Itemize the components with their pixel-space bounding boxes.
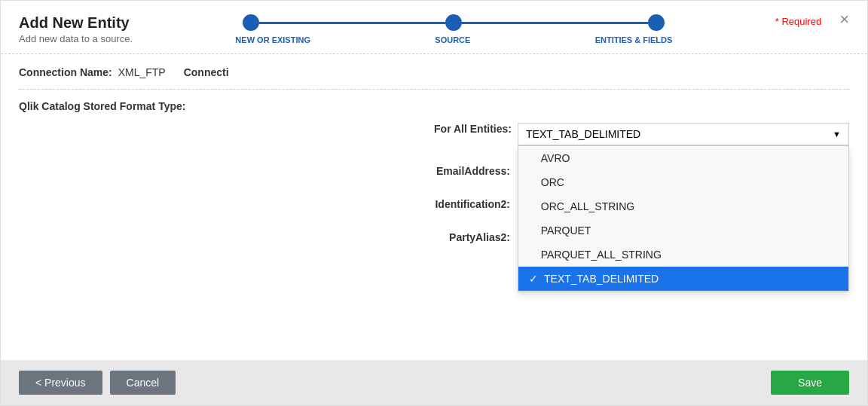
dropdown-item-avro[interactable]: AVRO [518,146,848,170]
for-all-dropdown-trigger[interactable]: TEXT_TAB_DELIMITED ▼ [518,123,849,145]
step-circle-3 [648,14,665,31]
stepper-track [243,14,665,31]
cancel-button[interactable]: Cancel [110,371,176,395]
section-divider-1 [19,89,849,90]
modal-container: Add New Entity Add new data to a source.… [0,0,868,406]
close-button[interactable]: × [839,11,849,28]
dropdown-item-orc[interactable]: ORC [518,170,848,194]
step-label-2: SOURCE [435,35,470,44]
check-icon-orc [529,176,535,188]
dropdown-item-parquet-all-string[interactable]: PARQUET_ALL_STRING [518,243,848,267]
modal-footer: < Previous Cancel Save [1,360,867,405]
connection-row: Connection Name: XML_FTP Connecti [19,66,849,78]
required-asterisk: * [775,16,779,27]
dropdown-arrow-icon: ▼ [833,130,841,139]
dropdown-item-orc-all-string[interactable]: ORC_ALL_STRING [518,194,848,218]
check-icon-parquet [529,224,535,237]
for-all-selected-value: TEXT_TAB_DELIMITED [526,128,640,140]
header-right: * Required × [775,14,849,28]
previous-button[interactable]: < Previous [19,371,102,395]
for-all-section: For All Entities: TEXT_TAB_DELIMITED ▼ A… [19,123,849,145]
dropdown-item-text-tab[interactable]: ✓ TEXT_TAB_DELIMITED [518,267,848,291]
step-circle-2 [445,14,462,31]
step-label-3: ENTITIES & FIELDS [595,35,673,44]
party-alias2-label: PartyAlias2: [449,231,510,243]
check-icon-avro [529,152,535,164]
step-line-1 [259,22,445,24]
format-type-row: Qlik Catalog Stored Format Type: [19,100,849,112]
stepper-labels: NEW OR EXISTING SOURCE ENTITIES & FIELDS [243,35,665,44]
email-address-label: EmailAddress: [436,165,510,177]
modal-subtitle: Add new data to a source. [19,33,133,44]
step-line-2 [462,22,648,24]
connection-type-label: Connecti [184,66,229,78]
footer-left: < Previous Cancel [19,371,176,395]
required-text: * Required [775,14,821,27]
check-icon-text-tab: ✓ [529,273,538,285]
step-circle-1 [243,14,259,31]
dropdown-wrapper: TEXT_TAB_DELIMITED ▼ AVRO ORC [518,123,849,145]
check-icon-parquet-all [529,249,535,261]
modal-title: Add New Entity [19,14,133,32]
step-label-1: NEW OR EXISTING [235,35,310,44]
for-all-label: For All Entities: [434,123,512,135]
identification2-label: Identification2: [435,198,510,210]
modal-header: Add New Entity Add new data to a source.… [1,1,867,54]
save-button[interactable]: Save [771,371,849,395]
check-icon-orc-all [529,200,535,212]
format-dropdown-menu: AVRO ORC ORC_ALL_STRING PARQUET [518,145,849,292]
connection-name-value: XML_FTP [118,66,166,78]
dropdown-item-parquet[interactable]: PARQUET [518,218,848,243]
format-type-label: Qlik Catalog Stored Format Type: [19,100,185,112]
connection-name-label: Connection Name: [19,66,112,78]
modal-content: Connection Name: XML_FTP Connecti Qlik C… [1,54,867,360]
header-left: Add New Entity Add new data to a source. [19,14,133,44]
stepper: NEW OR EXISTING SOURCE ENTITIES & FIELDS [133,14,775,44]
